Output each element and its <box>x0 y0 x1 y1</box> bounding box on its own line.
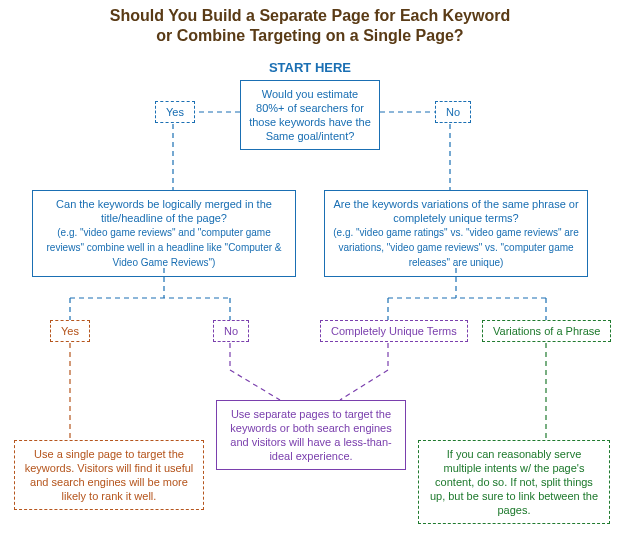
right-question: Are the keywords variations of the same … <box>324 190 588 277</box>
left-question: Can the keywords be logically merged in … <box>32 190 296 277</box>
end-variations: If you can reasonably serve multiple int… <box>418 440 610 524</box>
end-single-page: Use a single page to target the keywords… <box>14 440 204 510</box>
flowchart-canvas: Should You Build a Separate Page for Eac… <box>0 0 620 554</box>
start-here-label: START HERE <box>0 60 620 75</box>
title-line-2: or Combine Targeting on a Single Page? <box>156 27 463 44</box>
answer-yes-left: Yes <box>50 320 90 342</box>
answer-variations: Variations of a Phrase <box>482 320 611 342</box>
root-question: Would you estimate 80%+ of searchers for… <box>240 80 380 150</box>
right-question-sub: (e.g. "video game ratings" vs. "video ga… <box>333 227 578 268</box>
answer-yes-root: Yes <box>155 101 195 123</box>
chart-title: Should You Build a Separate Page for Eac… <box>0 6 620 46</box>
left-question-text: Can the keywords be logically merged in … <box>56 198 272 224</box>
title-line-1: Should You Build a Separate Page for Eac… <box>110 7 510 24</box>
svg-line-14 <box>230 370 280 400</box>
end-separate-pages: Use separate pages to target the keyword… <box>216 400 406 470</box>
left-question-sub: (e.g. "video game reviews" and "computer… <box>47 227 282 268</box>
answer-no-left: No <box>213 320 249 342</box>
answer-no-root: No <box>435 101 471 123</box>
svg-line-16 <box>340 370 388 400</box>
right-question-text: Are the keywords variations of the same … <box>333 198 578 224</box>
answer-unique-terms: Completely Unique Terms <box>320 320 468 342</box>
